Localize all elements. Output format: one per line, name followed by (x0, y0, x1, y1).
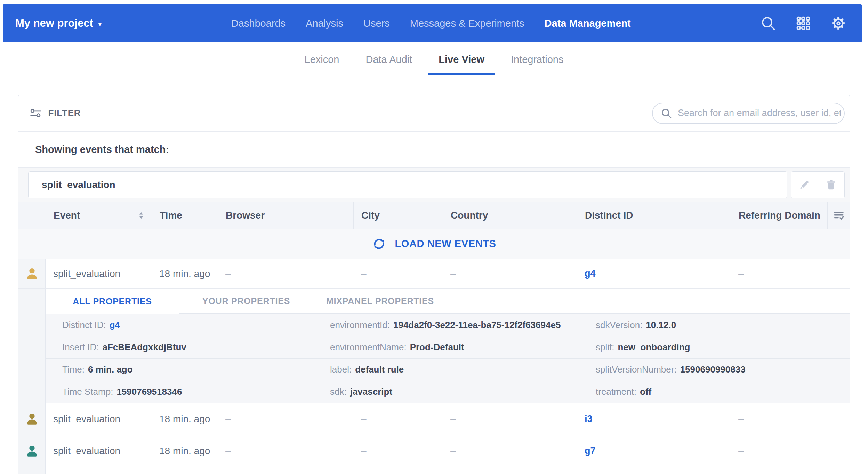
property-label: Insert ID: (62, 342, 99, 353)
filter-button[interactable]: FILTER (18, 95, 92, 131)
gear-icon[interactable] (830, 15, 846, 31)
time-cell: 18 min. ago (152, 403, 218, 435)
property-row: Insert ID:aFcBEAdgxkdjBtuv environmentNa… (46, 336, 850, 358)
property-row: Distinct ID:g4 environmentId:194da2f0-3e… (46, 314, 850, 336)
column-header-referring-domain: Referring Domain (731, 202, 827, 229)
nav-search-icon[interactable] (760, 15, 776, 31)
tab-integrations[interactable]: Integrations (511, 42, 564, 77)
property-label: environmentId: (330, 320, 390, 330)
secondary-nav: Lexicon Data Audit Live View Integration… (0, 42, 868, 77)
browser-cell: – (218, 403, 353, 435)
property-row: Time:6 min. ago label:default rule split… (46, 358, 850, 381)
edit-filter-button[interactable] (791, 171, 818, 198)
city-cell: – (353, 403, 443, 435)
country-cell: – (443, 403, 577, 435)
top-nav: My new project ▾ Dashboards Analysis Use… (3, 4, 862, 42)
tab-lexicon[interactable]: Lexicon (305, 42, 339, 77)
sort-icon (138, 211, 145, 220)
event-name-cell: split_evaluation (46, 435, 152, 467)
country-cell: – (443, 259, 577, 288)
search-input[interactable] (678, 108, 841, 119)
column-header-country: Country (443, 202, 577, 229)
property-value: Prod-Default (410, 342, 464, 353)
live-view-card: FILTER Showing events that match: split_… (18, 95, 850, 474)
properties-tabs: ALL PROPERTIES YOUR PROPERTIES MIXPANEL … (46, 289, 850, 314)
pencil-icon (798, 179, 810, 191)
column-header-browser: Browser (218, 202, 353, 229)
city-cell: – (353, 259, 443, 288)
nav-item-users[interactable]: Users (363, 18, 390, 29)
nav-item-data-management[interactable]: Data Management (545, 18, 631, 29)
referring-domain-cell: – (731, 435, 827, 467)
tab-mixpanel-properties[interactable]: MIXPANEL PROPERTIES (313, 289, 447, 314)
header-icon-column (18, 202, 46, 229)
event-name-cell: split_evaluation (46, 403, 152, 435)
column-header-time: Time (152, 202, 218, 229)
event-row[interactable]: split_evaluation 18 min. ago – – – g7 – (18, 435, 850, 467)
time-cell: 18 min. ago (152, 435, 218, 467)
property-value: javascript (350, 386, 392, 397)
distinct-id-link[interactable]: i3 (585, 414, 593, 424)
chevron-down-icon: ▾ (98, 18, 102, 28)
event-row[interactable]: split_evaluation 18 min. ago – – – i3 – (18, 403, 850, 435)
property-label: treatment: (596, 386, 636, 397)
event-filter-band: split_evaluation (18, 168, 850, 202)
nav-item-dashboards[interactable]: Dashboards (231, 18, 286, 29)
topnav-icons (760, 15, 862, 31)
property-value: default rule (355, 364, 404, 375)
property-row: Time Stamp:1590769518346 sdk:javascript … (46, 381, 850, 403)
apps-grid-icon[interactable] (796, 16, 811, 31)
referring-domain-cell: – (731, 259, 827, 288)
property-label: Time: (62, 364, 85, 375)
nav-item-analysis[interactable]: Analysis (306, 18, 343, 29)
column-settings-button[interactable] (827, 202, 850, 229)
tab-your-properties[interactable]: YOUR PROPERTIES (179, 289, 313, 314)
property-value: 1590690990833 (680, 364, 746, 375)
distinct-id-link[interactable]: g7 (585, 446, 596, 456)
user-icon (25, 412, 39, 426)
browser-cell: – (218, 259, 353, 288)
tab-live-view[interactable]: Live View (439, 42, 484, 77)
column-header-city: City (353, 202, 443, 229)
load-new-events-button[interactable]: LOAD NEW EVENTS (18, 229, 850, 259)
property-label: environmentName: (330, 342, 407, 353)
filter-chip-actions (791, 171, 845, 198)
tab-data-audit[interactable]: Data Audit (365, 42, 412, 77)
row-gutter (18, 289, 46, 403)
property-label: splitVersionNumber: (596, 364, 677, 375)
event-name-cell: split_evaluation (46, 259, 152, 288)
tab-all-properties[interactable]: ALL PROPERTIES (46, 289, 179, 314)
user-icon (25, 444, 39, 458)
distinct-id-link[interactable]: g4 (585, 268, 596, 279)
event-row[interactable]: split_evaluation 18 min. ago – – – g4 – (18, 259, 850, 289)
property-value: 6 min. ago (88, 364, 133, 375)
property-label: sdkVersion: (596, 320, 642, 330)
event-row-partial (18, 467, 850, 474)
active-tab-underline (428, 73, 495, 75)
property-label: sdk: (330, 386, 347, 397)
delete-filter-button[interactable] (818, 171, 845, 198)
property-value-distinct-id[interactable]: g4 (110, 320, 120, 330)
event-filter-input[interactable]: split_evaluation (28, 171, 787, 198)
browser-cell: – (218, 435, 353, 467)
property-label: label: (330, 364, 352, 375)
search-input-icon (660, 107, 672, 119)
user-icon (25, 267, 39, 281)
property-value: 1590769518346 (116, 386, 182, 397)
project-switcher[interactable]: My new project ▾ (3, 17, 102, 30)
property-value: new_onboarding (618, 342, 690, 353)
project-name: My new project (15, 17, 93, 30)
column-settings-icon (833, 209, 845, 222)
events-match-heading: Showing events that match: (18, 132, 850, 168)
nav-item-messages-experiments[interactable]: Messages & Experiments (410, 18, 524, 29)
country-cell: – (443, 435, 577, 467)
trash-icon (825, 179, 837, 191)
search-input-wrapper (652, 103, 845, 124)
refresh-icon (372, 237, 386, 251)
property-value: 194da2f0-3e22-11ea-ba75-12f2f63694e5 (393, 320, 561, 330)
table-header: Event Time Browser City Country Distinct… (18, 202, 850, 229)
primary-nav: Dashboards Analysis Users Messages & Exp… (102, 18, 760, 29)
property-label: Time Stamp: (62, 386, 113, 397)
column-header-event[interactable]: Event (46, 202, 152, 229)
properties-panel: ALL PROPERTIES YOUR PROPERTIES MIXPANEL … (18, 289, 850, 403)
